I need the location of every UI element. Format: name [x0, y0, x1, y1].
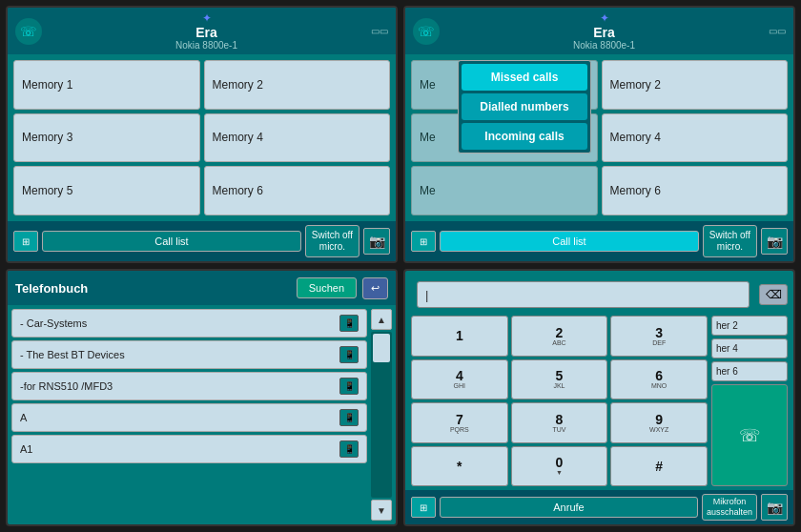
scroll-thumb	[373, 334, 390, 362]
key-3[interactable]: 3DEF	[610, 316, 708, 357]
screen2-header: ☏ ✦ Era Nokia 8800e-1 ▭▭	[405, 8, 793, 54]
memory-6-button[interactable]: Memory 6	[204, 166, 391, 215]
bluetooth-icon: ✦	[48, 11, 365, 25]
key-5[interactable]: 5JKL	[511, 359, 608, 400]
entry-icon-1: 📱	[339, 346, 359, 363]
footer-phone-icon[interactable]: 📷	[363, 228, 390, 255]
dialpad-grid-icon[interactable]: ⊞	[411, 497, 436, 518]
screen2-call-list-button[interactable]: Call list	[440, 231, 699, 252]
screen1-header-right: ▭▭	[371, 26, 388, 36]
entry-name-2: -for RNS510 /MFD3	[20, 380, 113, 392]
contact-btn-3[interactable]: her 6	[711, 361, 788, 381]
missed-calls-option[interactable]: Missed calls	[462, 64, 587, 91]
key-0[interactable]: 0▼	[511, 446, 608, 487]
dialled-numbers-option[interactable]: Dialled numbers	[462, 93, 587, 120]
suchen-button[interactable]: Suchen	[297, 277, 357, 298]
call-icon: ☏	[739, 425, 761, 446]
memory-3-button[interactable]: Memory 3	[13, 113, 200, 163]
dialpad-keys: 1 2ABC 3DEF 4GHI 5JKL 6MNO 7PQRS 8TUV 9W…	[411, 316, 708, 486]
back-button[interactable]: ↩	[362, 277, 388, 299]
switch-off-button[interactable]: Switch off micro.	[305, 225, 359, 257]
screen2-footer-phone-icon[interactable]: 📷	[761, 228, 788, 255]
phonebook-entry-1[interactable]: - The Best BT Devices 📱	[11, 340, 367, 369]
dialpad-cursor: |	[425, 288, 428, 302]
screen2-mem-right-1[interactable]: Memory 2	[602, 60, 789, 110]
dialpad-input[interactable]: |	[417, 281, 750, 308]
key-9[interactable]: 9WXYZ	[610, 402, 708, 443]
dialpad-area: 1 2ABC 3DEF 4GHI 5JKL 6MNO 7PQRS 8TUV 9W…	[405, 316, 793, 490]
phonebook-header: Telefonbuch Suchen ↩	[8, 271, 396, 305]
screen2-header-info: ✦ Era Nokia 8800e-1	[445, 11, 763, 51]
scroll-track	[371, 332, 392, 498]
key-7[interactable]: 7PQRS	[411, 402, 508, 443]
entry-name-4: A1	[20, 443, 32, 455]
screen2-device-name: Era	[445, 25, 763, 40]
backspace-button[interactable]: ⌫	[759, 284, 788, 305]
memory-4-button[interactable]: Memory 4	[204, 113, 391, 163]
screen2-grid-icon[interactable]: ⊞	[411, 231, 436, 252]
memory-1-button[interactable]: Memory 1	[13, 60, 200, 110]
screen2-device-sub: Nokia 8800e-1	[445, 40, 763, 51]
phonebook-entry-4[interactable]: A1 📱	[11, 435, 367, 463]
screen1-memory-grid: Memory 1 Memory 2 Memory 3 Memory 4 Memo…	[13, 60, 390, 215]
screen1-device-sub: Nokia 8800e-1	[48, 40, 365, 51]
screen2-bluetooth-icon: ✦	[445, 11, 763, 25]
incoming-calls-option[interactable]: Incoming calls	[462, 123, 587, 150]
screen2-battery-icon: ▭▭	[769, 26, 786, 36]
dialpad-footer-icon[interactable]: 📷	[761, 494, 788, 521]
key-2[interactable]: 2ABC	[511, 316, 608, 357]
phonebook-title: Telefonbuch	[15, 281, 291, 296]
screen-4: | ⌫ 1 2ABC 3DEF 4GHI 5JKL 6MNO 7PQRS 8TU…	[403, 269, 795, 526]
key-4[interactable]: 4GHI	[411, 359, 508, 400]
key-hash[interactable]: #	[610, 446, 708, 487]
screen-2: ☏ ✦ Era Nokia 8800e-1 ▭▭ Me Memory 2 Me …	[403, 6, 795, 263]
call-type-dropdown: Missed calls Dialled numbers Incoming ca…	[458, 60, 591, 153]
screen1-device-name: Era	[48, 25, 365, 40]
contact-btn-2[interactable]: her 4	[711, 338, 788, 358]
key-6[interactable]: 6MNO	[610, 359, 708, 400]
entry-icon-2: 📱	[339, 378, 359, 395]
entry-icon-4: 📱	[339, 440, 359, 458]
phonebook-list: - Car-Systems 📱 - The Best BT Devices 📱 …	[8, 305, 396, 524]
dialpad-footer: ⊞ Anrufe Mikrofon ausschalten 📷	[405, 490, 793, 524]
battery-icon: ▭▭	[371, 26, 388, 36]
screen2-footer: ⊞ Call list Switch off micro. 📷	[405, 221, 793, 261]
memory-2-button[interactable]: Memory 2	[204, 60, 391, 110]
key-1[interactable]: 1	[411, 316, 508, 357]
screen1-header-info: ✦ Era Nokia 8800e-1	[48, 11, 365, 51]
phonebook-entry-2[interactable]: -for RNS510 /MFD3 📱	[11, 372, 367, 400]
screen2-mem-right-2[interactable]: Memory 4	[602, 113, 789, 163]
mikrofon-button[interactable]: Mikrofon ausschalten	[702, 494, 757, 521]
phonebook-entry-0[interactable]: - Car-Systems 📱	[11, 309, 367, 338]
phonebook-entry-3[interactable]: A 📱	[11, 403, 367, 432]
dialpad-input-row: | ⌫	[405, 271, 793, 316]
entry-name-1: - The Best BT Devices	[20, 349, 125, 360]
screen2-switch-off-button[interactable]: Switch off micro.	[703, 225, 757, 257]
screen-1: ☏ ✦ Era Nokia 8800e-1 ▭▭ Memory 1 Memory…	[6, 6, 398, 263]
contact-btn-1[interactable]: her 2	[711, 316, 788, 336]
scroll-down-button[interactable]: ▼	[371, 500, 392, 521]
screen1-footer: ⊞ Call list Switch off micro. 📷	[8, 221, 396, 261]
screen2-mem-right-3[interactable]: Memory 6	[602, 166, 789, 215]
screen-3: Telefonbuch Suchen ↩ - Car-Systems 📱 - T…	[6, 269, 398, 526]
entry-icon-3: 📱	[339, 409, 359, 426]
phone-icon: ☏	[15, 18, 42, 45]
memory-5-button[interactable]: Memory 5	[13, 166, 200, 215]
key-star[interactable]: *	[411, 446, 508, 487]
screen2-mem-left-3[interactable]: Me	[411, 166, 598, 215]
phonebook-entries: - Car-Systems 📱 - The Best BT Devices 📱 …	[11, 309, 367, 521]
screen1-content: Memory 1 Memory 2 Memory 3 Memory 4 Memo…	[8, 54, 396, 221]
call-button[interactable]: ☏	[711, 384, 788, 486]
scroll-up-button[interactable]: ▲	[371, 309, 392, 330]
call-list-button[interactable]: Call list	[42, 231, 301, 252]
scrollbar: ▲ ▼	[371, 309, 392, 521]
dialpad-right: her 2 her 4 her 6 ☏	[711, 316, 788, 486]
key-8[interactable]: 8TUV	[511, 402, 608, 443]
entry-name-3: A	[20, 412, 27, 423]
entry-name-0: - Car-Systems	[20, 317, 87, 329]
grid-icon[interactable]: ⊞	[13, 231, 38, 252]
screen1-header: ☏ ✦ Era Nokia 8800e-1 ▭▭	[8, 8, 396, 54]
screen2-header-right: ▭▭	[769, 26, 786, 36]
entry-icon-0: 📱	[339, 315, 359, 332]
anrufe-button[interactable]: Anrufe	[440, 497, 698, 518]
